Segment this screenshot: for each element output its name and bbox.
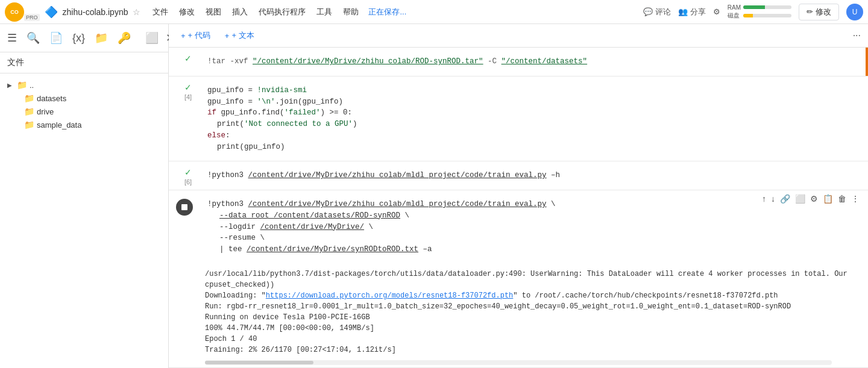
colab-logo [5, 2, 24, 22]
more-icon[interactable]: ⋮ [850, 193, 861, 205]
cell-gpu: ✓ [4] gpu_info = !nvidia-smi gpu_info = … [169, 76, 868, 162]
copy-icon[interactable]: ⬜ [794, 193, 807, 205]
cell-output: !python3 /content/drive/MyDrive/zhihu_co… [169, 190, 868, 368]
menu-items: 文件 修改 视图 插入 代码执行程序 工具 帮助 [148, 4, 363, 20]
plus-icon: + [181, 31, 186, 40]
share-icon: 👥 [678, 7, 688, 16]
menu-right: 💬 评论 👥 分享 ⚙ RAM 磁盘 ✏ 修改 U [643, 4, 863, 20]
edit-button[interactable]: ✏ 修改 [799, 4, 839, 20]
add-text-button[interactable]: + + 文本 [220, 28, 259, 43]
sidebar-search-icon[interactable]: 🔍 [24, 29, 42, 47]
resource-monitor: RAM 磁盘 [728, 4, 791, 20]
saving-status: 正在保存... [368, 7, 406, 17]
tree-item-drive[interactable]: 📁 drive [0, 105, 168, 118]
toolbar-more-icon[interactable]: ··· [853, 30, 861, 41]
cell-output-text: /usr/local/lib/python3.7/dist-packages/t… [169, 264, 868, 360]
drive-icon: 🔷 [45, 5, 58, 19]
tree-item-sample-data[interactable]: 📁 sample_data [0, 118, 168, 131]
ram-bar [743, 5, 791, 9]
horizontal-scrollbar[interactable] [205, 360, 832, 365]
cell-gpu-code[interactable]: gpu_info = !nvidia-smi gpu_info = '\n'.j… [200, 80, 858, 158]
delete-icon[interactable]: 🗑 [837, 193, 848, 205]
content-area: + + 代码 + + 文本 ··· ✓ !tar -x [169, 24, 868, 368]
cell-number: [4] [184, 93, 192, 101]
menu-runtime[interactable]: 代码执行程序 [254, 4, 310, 20]
menu-view[interactable]: 视图 [201, 4, 226, 20]
ram-label: RAM [728, 4, 741, 11]
notebook-cells: ✓ !tar -xvf "/content/drive/MyDrive/zhih… [169, 48, 868, 368]
cell-check-icon: ✓ [184, 54, 192, 63]
main-layout: ☰ 🔍 📄 {x} 📁 🔑 ⬜ ✕ 文件 ▶ 📁 .. 📁 datasets [0, 24, 868, 368]
folder-icon: 📁 [17, 80, 27, 90]
cell-tar-code[interactable]: !tar -xvf "/content/drive/MyDrive/zhihu_… [200, 51, 858, 72]
toolbar-right: ··· [853, 30, 861, 41]
sidebar-toolbar: ☰ 🔍 📄 {x} 📁 🔑 ⬜ ✕ [0, 24, 168, 52]
menu-file[interactable]: 文件 [148, 4, 173, 20]
sidebar-key-icon[interactable]: 🔑 [115, 29, 133, 47]
disk-label: 磁盘 [728, 11, 740, 20]
sidebar-file-icon[interactable]: 📄 [47, 29, 65, 47]
file-tree: ▶ 📁 .. 📁 datasets 📁 drive 📁 sample_data [0, 73, 168, 368]
move-down-icon[interactable]: ↓ [770, 193, 776, 205]
star-icon[interactable]: ☆ [133, 7, 140, 17]
cell-train-code[interactable]: !python3 /content/drive/MyDrive/zhihu_co… [200, 165, 858, 186]
plus-icon: + [225, 31, 230, 40]
tree-arrow: ▶ [7, 82, 14, 89]
cell-check-icon: ✓ [184, 83, 192, 92]
sidebar-new-window-icon[interactable]: ⬜ [143, 29, 161, 47]
menu-insert[interactable]: 插入 [227, 4, 253, 20]
menu-tools[interactable]: 工具 [312, 4, 337, 20]
add-code-button[interactable]: + + 代码 [176, 28, 215, 43]
comment-button[interactable]: 💬 评论 [643, 7, 671, 17]
folder-icon: 📁 [24, 93, 34, 103]
settings-button[interactable]: ⚙ [713, 7, 720, 16]
tree-item-dotdot[interactable]: ▶ 📁 .. [0, 78, 168, 92]
settings-icon[interactable]: ⚙ [809, 193, 819, 205]
cell-check-icon: ✓ [184, 167, 192, 177]
pro-badge: PRO [24, 14, 40, 21]
cell-number: [6] [184, 178, 192, 186]
share-button[interactable]: 👥 分享 [678, 7, 706, 17]
folder-icon-orange: 📁 [24, 120, 34, 129]
cell-actions: ↑ ↓ 🔗 ⬜ ⚙ 📋 🗑 ⋮ [761, 193, 861, 205]
move-up-icon[interactable]: ↑ [761, 193, 767, 205]
copy-cell-icon[interactable]: 📋 [822, 193, 834, 205]
edit-pencil-icon: ✏ [807, 7, 813, 16]
menu-edit[interactable]: 修改 [174, 4, 200, 20]
sidebar-menu-icon[interactable]: ☰ [5, 29, 19, 47]
tree-item-datasets[interactable]: 📁 datasets [0, 92, 168, 105]
file-name[interactable]: zhihu-colab.ipynb [63, 7, 128, 17]
sidebar-folder-icon[interactable]: 📁 [92, 29, 110, 47]
stop-icon [181, 204, 187, 210]
notebook-toolbar: + + 代码 + + 文本 ··· [169, 24, 868, 48]
cell-output-code[interactable]: !python3 /content/drive/MyDrive/zhihu_co… [200, 194, 858, 260]
scrollbar-thumb[interactable] [205, 361, 313, 364]
disk-bar [743, 14, 791, 17]
sidebar-title: 文件 [0, 52, 168, 73]
sidebar-code-icon[interactable]: {x} [70, 30, 87, 47]
avatar[interactable]: U [846, 4, 863, 20]
cell-tar: ✓ !tar -xvf "/content/drive/MyDrive/zhih… [169, 48, 868, 76]
cell-train: ✓ [6] !python3 /content/drive/MyDrive/zh… [169, 161, 868, 190]
orange-indicator [866, 48, 868, 76]
menu-bar: PRO 🔷 zhihu-colab.ipynb ☆ 文件 修改 视图 插入 代码… [0, 0, 868, 24]
folder-icon: 📁 [24, 107, 34, 116]
running-indicator [176, 199, 193, 216]
sidebar: ☰ 🔍 📄 {x} 📁 🔑 ⬜ ✕ 文件 ▶ 📁 .. 📁 datasets [0, 24, 169, 368]
link-icon[interactable]: 🔗 [779, 193, 791, 205]
menu-help[interactable]: 帮助 [338, 4, 363, 20]
comment-icon: 💬 [643, 7, 653, 16]
